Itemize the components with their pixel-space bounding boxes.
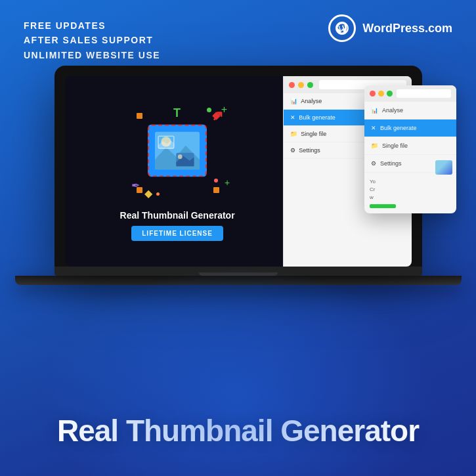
panel-bulk-label: Bulk generate <box>380 125 417 131</box>
diamond-icon: ◆ <box>144 187 152 200</box>
screen-left-panel: T + + ◆ ✒ <box>65 76 290 267</box>
single-label: Single file <box>301 131 326 137</box>
main-title-text: Real Thumbnail Generator <box>0 413 476 448</box>
panel-file-icon: 📁 <box>371 142 378 149</box>
image-icon <box>149 125 206 175</box>
bulk-icon: ✕ <box>290 114 295 121</box>
panel-body-text: YoCrw <box>370 178 451 202</box>
corner-tl <box>137 113 142 119</box>
main-image-card <box>148 124 207 177</box>
maximize-dot <box>307 82 313 88</box>
panel-bulk-icon: ✕ <box>371 125 376 131</box>
panel-single-label: Single file <box>382 142 408 149</box>
info-line-2: AFTER SALES SUPPORT <box>24 33 160 47</box>
icon-cluster: T + + ◆ ✒ <box>125 102 230 201</box>
background: FREE UPDATES AFTER SALES SUPPORT UNLIMIT… <box>0 0 476 476</box>
corner-bl <box>137 187 142 193</box>
panel-analyse-icon: 📊 <box>371 107 378 114</box>
panel-menu-single[interactable]: 📁 Single file <box>364 137 456 155</box>
panel-search-bar <box>397 89 451 98</box>
corner-br <box>213 187 219 193</box>
plus-br-icon: + <box>225 177 230 188</box>
dot-br <box>214 179 218 183</box>
panel-body: YoCrw <box>364 173 456 213</box>
panel-titlebar <box>364 85 456 102</box>
info-line-3: UNLIMITED WEBSITE USE <box>24 48 160 62</box>
settings-icon: ⚙ <box>290 147 295 154</box>
panel-thumb <box>435 160 452 175</box>
top-info-block: FREE UPDATES AFTER SALES SUPPORT UNLIMIT… <box>24 18 160 62</box>
svg-point-3 <box>178 154 183 159</box>
wp-text: WordPress.com <box>362 22 452 35</box>
panel-indicator <box>370 204 396 208</box>
lifetime-license-btn[interactable]: LIFETIME LICENSE <box>131 226 223 241</box>
laptop-stand <box>15 276 462 285</box>
panel-min-dot <box>378 91 384 97</box>
wordpress-logo: WordPress.com <box>328 14 452 42</box>
panel-menu-bulk[interactable]: ✕ Bulk generate <box>364 119 456 137</box>
minimize-dot <box>298 82 304 88</box>
analyse-label: Analyse <box>301 98 322 104</box>
file-icon: 📁 <box>290 131 297 137</box>
panel-max-dot <box>387 91 393 97</box>
laptop-screen: T + + ◆ ✒ <box>65 76 412 267</box>
panel-close-dot <box>370 91 376 97</box>
settings-label: Settings <box>299 147 320 154</box>
info-line-1: FREE UPDATES <box>24 18 160 33</box>
wp-circle-icon <box>328 14 356 42</box>
panel-settings-icon: ⚙ <box>371 160 376 167</box>
dot-tr <box>207 108 211 112</box>
floating-app-panel: 📊 Analyse ✕ Bulk generate 📁 Single file … <box>364 85 456 213</box>
laptop-base <box>54 267 422 276</box>
dot-bl <box>156 192 160 196</box>
analyse-icon: 📊 <box>290 98 297 104</box>
t-icon: T <box>173 106 181 120</box>
panel-menu-analyse[interactable]: 📊 Analyse <box>364 102 456 119</box>
arrow-icon: ↗ <box>211 108 223 125</box>
screen-product-name: Real Thumbnail Generator <box>120 210 235 221</box>
panel-analyse-label: Analyse <box>382 107 403 114</box>
panel-settings-label: Settings <box>380 160 402 167</box>
main-title-block: Real Thumbnail Generator <box>0 413 476 448</box>
bulk-label: Bulk generate <box>299 114 335 121</box>
close-dot <box>289 82 295 88</box>
